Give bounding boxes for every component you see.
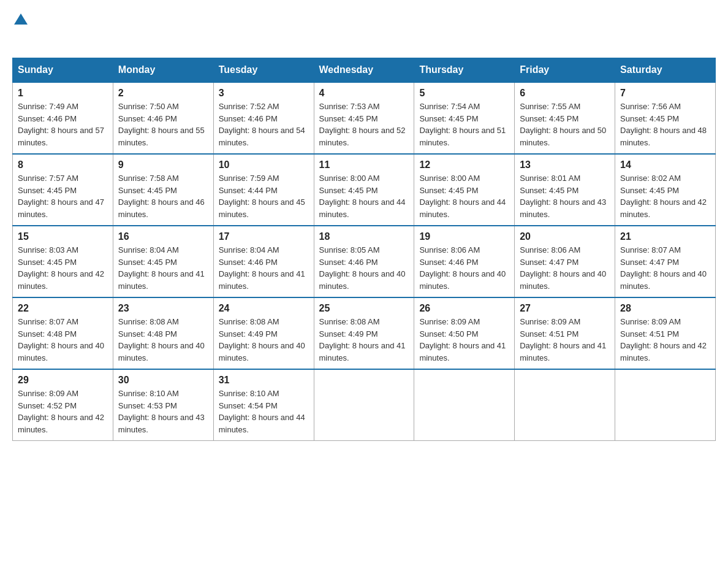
day-number: 13 (520, 159, 610, 170)
day-number: 22 (18, 303, 108, 314)
day-info: Sunrise: 8:08 AMSunset: 4:48 PMDaylight:… (118, 317, 205, 362)
day-number: 3 (219, 88, 309, 99)
calendar-day-cell: 11 Sunrise: 8:00 AMSunset: 4:45 PMDaylig… (314, 154, 414, 226)
day-info: Sunrise: 8:10 AMSunset: 4:54 PMDaylight:… (219, 389, 305, 434)
day-number: 25 (319, 303, 409, 314)
day-of-week-header: Monday (113, 58, 213, 83)
day-info: Sunrise: 8:09 AMSunset: 4:51 PMDaylight:… (620, 317, 707, 362)
day-info: Sunrise: 8:08 AMSunset: 4:49 PMDaylight:… (219, 317, 305, 362)
day-number: 27 (520, 303, 610, 314)
day-number: 24 (219, 303, 309, 314)
day-number: 23 (118, 303, 208, 314)
day-number: 26 (419, 303, 509, 314)
calendar-day-cell: 4 Sunrise: 7:53 AMSunset: 4:45 PMDayligh… (314, 82, 414, 154)
calendar-day-cell: 26 Sunrise: 8:09 AMSunset: 4:50 PMDaylig… (414, 297, 515, 369)
day-info: Sunrise: 7:54 AMSunset: 4:45 PMDaylight:… (419, 102, 506, 147)
calendar-day-cell: 25 Sunrise: 8:08 AMSunset: 4:49 PMDaylig… (314, 297, 414, 369)
calendar-header-row: SundayMondayTuesdayWednesdayThursdayFrid… (13, 58, 716, 83)
calendar-day-cell: 10 Sunrise: 7:59 AMSunset: 4:44 PMDaylig… (213, 154, 314, 226)
calendar-day-cell (515, 369, 615, 441)
calendar-day-cell: 22 Sunrise: 8:07 AMSunset: 4:48 PMDaylig… (13, 297, 113, 369)
day-number: 29 (18, 375, 108, 386)
day-info: Sunrise: 8:06 AMSunset: 4:46 PMDaylight:… (419, 245, 506, 291)
calendar-day-cell: 3 Sunrise: 7:52 AMSunset: 4:46 PMDayligh… (213, 82, 314, 154)
day-info: Sunrise: 8:07 AMSunset: 4:48 PMDaylight:… (18, 317, 104, 362)
day-info: Sunrise: 8:04 AMSunset: 4:45 PMDaylight:… (118, 245, 205, 291)
calendar-day-cell: 23 Sunrise: 8:08 AMSunset: 4:48 PMDaylig… (113, 297, 213, 369)
day-info: Sunrise: 8:01 AMSunset: 4:45 PMDaylight:… (520, 174, 606, 219)
day-info: Sunrise: 8:08 AMSunset: 4:49 PMDaylight:… (319, 317, 406, 362)
calendar-day-cell: 29 Sunrise: 8:09 AMSunset: 4:52 PMDaylig… (13, 369, 113, 441)
calendar-day-cell: 14 Sunrise: 8:02 AMSunset: 4:45 PMDaylig… (615, 154, 716, 226)
calendar-week-row: 8 Sunrise: 7:57 AMSunset: 4:45 PMDayligh… (13, 154, 716, 226)
day-info: Sunrise: 7:55 AMSunset: 4:45 PMDaylight:… (520, 102, 606, 147)
day-number: 15 (18, 231, 108, 242)
calendar-day-cell (615, 369, 716, 441)
day-of-week-header: Wednesday (314, 58, 414, 83)
day-number: 20 (520, 231, 610, 242)
day-number: 14 (620, 159, 710, 170)
day-info: Sunrise: 8:05 AMSunset: 4:46 PMDaylight:… (319, 245, 406, 291)
day-number: 10 (219, 159, 309, 170)
calendar-week-row: 29 Sunrise: 8:09 AMSunset: 4:52 PMDaylig… (13, 369, 716, 441)
day-info: Sunrise: 8:09 AMSunset: 4:50 PMDaylight:… (419, 317, 506, 362)
calendar-day-cell: 5 Sunrise: 7:54 AMSunset: 4:45 PMDayligh… (414, 82, 515, 154)
calendar-day-cell: 9 Sunrise: 7:58 AMSunset: 4:45 PMDayligh… (113, 154, 213, 226)
day-info: Sunrise: 8:03 AMSunset: 4:45 PMDaylight:… (18, 245, 104, 291)
day-of-week-header: Tuesday (213, 58, 314, 83)
day-info: Sunrise: 8:09 AMSunset: 4:52 PMDaylight:… (18, 389, 104, 434)
calendar-day-cell: 16 Sunrise: 8:04 AMSunset: 4:45 PMDaylig… (113, 226, 213, 297)
day-info: Sunrise: 7:57 AMSunset: 4:45 PMDaylight:… (18, 174, 104, 219)
calendar-day-cell: 15 Sunrise: 8:03 AMSunset: 4:45 PMDaylig… (13, 226, 113, 297)
day-number: 9 (118, 159, 208, 170)
day-number: 2 (118, 88, 208, 99)
calendar-day-cell (314, 369, 414, 441)
calendar-day-cell (414, 369, 515, 441)
day-info: Sunrise: 7:49 AMSunset: 4:46 PMDaylight:… (18, 102, 104, 147)
calendar-day-cell: 6 Sunrise: 7:55 AMSunset: 4:45 PMDayligh… (515, 82, 615, 154)
calendar-day-cell: 12 Sunrise: 8:00 AMSunset: 4:45 PMDaylig… (414, 154, 515, 226)
svg-marker-0 (14, 13, 28, 25)
calendar-day-cell: 17 Sunrise: 8:04 AMSunset: 4:46 PMDaylig… (213, 226, 314, 297)
day-number: 11 (319, 159, 409, 170)
page-header (12, 12, 716, 45)
day-info: Sunrise: 7:56 AMSunset: 4:45 PMDaylight:… (620, 102, 707, 147)
calendar-day-cell: 31 Sunrise: 8:10 AMSunset: 4:54 PMDaylig… (213, 369, 314, 441)
day-number: 16 (118, 231, 208, 242)
calendar-day-cell: 30 Sunrise: 8:10 AMSunset: 4:53 PMDaylig… (113, 369, 213, 441)
calendar-week-row: 1 Sunrise: 7:49 AMSunset: 4:46 PMDayligh… (13, 82, 716, 154)
day-info: Sunrise: 8:00 AMSunset: 4:45 PMDaylight:… (319, 174, 406, 219)
day-info: Sunrise: 7:58 AMSunset: 4:45 PMDaylight:… (118, 174, 205, 219)
day-number: 17 (219, 231, 309, 242)
day-number: 7 (620, 88, 710, 99)
calendar-day-cell: 21 Sunrise: 8:07 AMSunset: 4:47 PMDaylig… (615, 226, 716, 297)
day-number: 8 (18, 159, 108, 170)
logo-triangle-icon (14, 12, 28, 26)
day-info: Sunrise: 8:00 AMSunset: 4:45 PMDaylight:… (419, 174, 506, 219)
calendar-day-cell: 27 Sunrise: 8:09 AMSunset: 4:51 PMDaylig… (515, 297, 615, 369)
logo (12, 12, 28, 45)
calendar-table: SundayMondayTuesdayWednesdayThursdayFrid… (12, 58, 716, 441)
day-info: Sunrise: 8:02 AMSunset: 4:45 PMDaylight:… (620, 174, 707, 219)
day-of-week-header: Thursday (414, 58, 515, 83)
day-number: 21 (620, 231, 710, 242)
day-info: Sunrise: 8:06 AMSunset: 4:47 PMDaylight:… (520, 245, 606, 291)
day-of-week-header: Saturday (615, 58, 716, 83)
calendar-day-cell: 7 Sunrise: 7:56 AMSunset: 4:45 PMDayligh… (615, 82, 716, 154)
day-info: Sunrise: 7:52 AMSunset: 4:46 PMDaylight:… (219, 102, 305, 147)
day-number: 19 (419, 231, 509, 242)
day-number: 4 (319, 88, 409, 99)
day-number: 6 (520, 88, 610, 99)
day-number: 12 (419, 159, 509, 170)
calendar-day-cell: 1 Sunrise: 7:49 AMSunset: 4:46 PMDayligh… (13, 82, 113, 154)
calendar-day-cell: 28 Sunrise: 8:09 AMSunset: 4:51 PMDaylig… (615, 297, 716, 369)
calendar-day-cell: 20 Sunrise: 8:06 AMSunset: 4:47 PMDaylig… (515, 226, 615, 297)
calendar-day-cell: 19 Sunrise: 8:06 AMSunset: 4:46 PMDaylig… (414, 226, 515, 297)
calendar-day-cell: 18 Sunrise: 8:05 AMSunset: 4:46 PMDaylig… (314, 226, 414, 297)
calendar-week-row: 22 Sunrise: 8:07 AMSunset: 4:48 PMDaylig… (13, 297, 716, 369)
calendar-day-cell: 13 Sunrise: 8:01 AMSunset: 4:45 PMDaylig… (515, 154, 615, 226)
day-info: Sunrise: 8:09 AMSunset: 4:51 PMDaylight:… (520, 317, 606, 362)
day-info: Sunrise: 8:10 AMSunset: 4:53 PMDaylight:… (118, 389, 205, 434)
day-number: 31 (219, 375, 309, 386)
calendar-day-cell: 8 Sunrise: 7:57 AMSunset: 4:45 PMDayligh… (13, 154, 113, 226)
